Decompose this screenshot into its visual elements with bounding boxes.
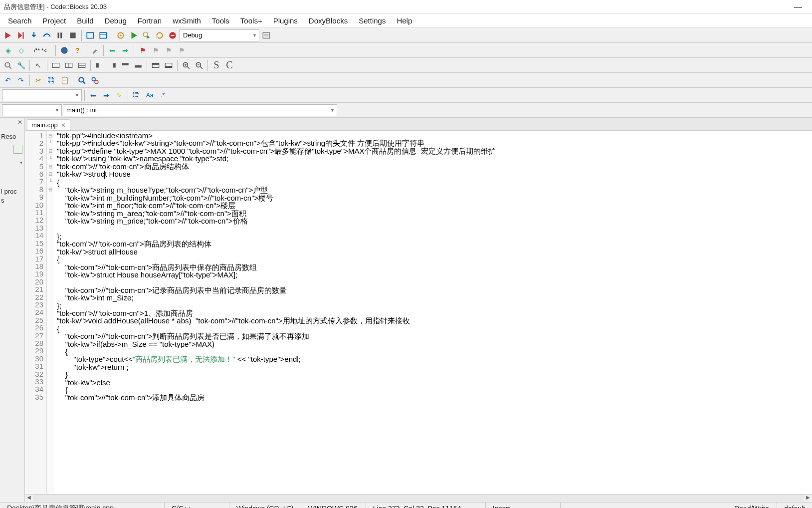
bookmark-toggle-icon[interactable]: ⚑: [137, 44, 149, 56]
build-and-run-icon[interactable]: [141, 29, 153, 41]
replace-icon[interactable]: [89, 74, 101, 86]
menu-build[interactable]: Build: [72, 15, 98, 26]
bookmark-prev-icon[interactable]: ⚑: [150, 44, 162, 56]
menu-tools[interactable]: Tools: [207, 15, 234, 26]
search-combo[interactable]: [2, 89, 82, 101]
menu-doxyblocks[interactable]: DoxyBlocks: [304, 15, 353, 26]
redo-icon[interactable]: ↷: [15, 74, 27, 86]
search-prev-icon[interactable]: ⬅: [87, 89, 99, 101]
debug-windows-icon[interactable]: [84, 29, 96, 41]
layout-d-icon[interactable]: [132, 59, 144, 71]
step-over-icon[interactable]: [41, 29, 53, 41]
cut-icon[interactable]: ✂: [32, 74, 44, 86]
svg-marker-14: [156, 36, 158, 38]
step-into-icon[interactable]: [28, 29, 40, 41]
window-title: 品房信息管理] - Code::Blocks 20.03: [4, 2, 107, 11]
zoom-in-icon[interactable]: [180, 59, 192, 71]
toolbar-clipboard: ↶ ↷ ✂ ⿻ 📋: [0, 73, 812, 88]
debug-info-icon[interactable]: [97, 29, 109, 41]
minimize-button[interactable]: —: [788, 2, 808, 11]
copy-icon[interactable]: ⿻: [45, 74, 57, 86]
select-icon[interactable]: ↖: [32, 59, 44, 71]
panel-close-icon[interactable]: ✕: [17, 119, 22, 126]
layout-split-h-icon[interactable]: [63, 59, 75, 71]
search-next-icon[interactable]: ➡: [100, 89, 112, 101]
uncomment-block-icon[interactable]: ◇: [15, 44, 27, 56]
rebuild-icon[interactable]: [154, 29, 166, 41]
menu-debug[interactable]: Debug: [100, 15, 132, 26]
svg-rect-31: [135, 65, 142, 68]
nav-forward-icon[interactable]: ➡: [119, 44, 131, 56]
svg-marker-11: [132, 32, 137, 39]
doxy-comment-icon[interactable]: /** *<: [28, 44, 53, 56]
side-dropdown-icon[interactable]: ▾: [20, 160, 22, 165]
stop-debug-icon[interactable]: [67, 29, 79, 41]
build-icon[interactable]: [115, 29, 127, 41]
status-cursor-position: Line 373, Col 32, Pos 11154: [366, 503, 486, 508]
menu-project[interactable]: Project: [38, 15, 71, 26]
layout-c-icon[interactable]: [119, 59, 131, 71]
side-label-proc: l proc: [1, 188, 17, 195]
fortran-find-icon[interactable]: [2, 59, 14, 71]
scope-class-combo[interactable]: [2, 104, 62, 116]
run-icon[interactable]: [128, 29, 140, 41]
svg-line-41: [200, 66, 203, 69]
find-icon[interactable]: [76, 74, 88, 86]
layout-f-icon[interactable]: [163, 59, 175, 71]
menu-settings[interactable]: Settings: [354, 15, 391, 26]
menu-fortran[interactable]: Fortran: [133, 15, 167, 26]
nav-back-icon[interactable]: ⬅: [106, 44, 118, 56]
layout-rect-icon[interactable]: [50, 59, 62, 71]
selected-text-icon[interactable]: ⿻: [131, 89, 143, 101]
svg-marker-1: [18, 32, 22, 39]
tab-close-icon[interactable]: ✕: [61, 122, 66, 129]
layout-b-icon[interactable]: [106, 59, 118, 71]
layout-a-icon[interactable]: [93, 59, 105, 71]
regex-icon[interactable]: .*: [157, 89, 169, 101]
svg-line-37: [187, 66, 190, 69]
fortran-tools-icon[interactable]: 🔧: [15, 59, 27, 71]
highlight-icon[interactable]: ✎: [113, 89, 125, 101]
svg-point-10: [120, 34, 121, 36]
big-s-icon[interactable]: S: [210, 59, 222, 71]
editor-area: main.cpp ✕ 12345678910111213141516171819…: [25, 118, 812, 502]
doxy-run-icon[interactable]: [58, 44, 70, 56]
bookmark-clear-icon[interactable]: ⚑: [176, 44, 188, 56]
comment-block-icon[interactable]: ◈: [2, 44, 14, 56]
build-target-combo[interactable]: Debug: [180, 29, 259, 41]
svg-marker-0: [5, 32, 10, 39]
zoom-out-icon[interactable]: [193, 59, 205, 71]
svg-point-21: [5, 62, 9, 67]
menu-plugins[interactable]: Plugins: [268, 15, 303, 26]
svg-rect-28: [96, 63, 99, 67]
big-c-icon[interactable]: C: [223, 59, 235, 71]
menu-search[interactable]: Search: [3, 15, 37, 26]
run-to-cursor-icon[interactable]: [15, 29, 27, 41]
toolbar-build: Debug: [0, 28, 812, 43]
doxy-prefs-icon[interactable]: [89, 44, 101, 56]
pause-icon[interactable]: [54, 29, 66, 41]
scope-function-combo[interactable]: main() : int: [63, 104, 337, 116]
svg-rect-16: [171, 34, 175, 35]
menu-wxsmith[interactable]: wxSmith: [168, 15, 206, 26]
scroll-right-icon[interactable]: ▶: [804, 495, 812, 502]
show-target-dialog-icon[interactable]: [260, 29, 272, 41]
match-case-icon[interactable]: Aa: [144, 89, 156, 101]
code-editor[interactable]: 1234567891011121314151617181920212223242…: [25, 131, 812, 494]
tab-main-cpp[interactable]: main.cpp ✕: [27, 119, 70, 130]
horizontal-scrollbar[interactable]: ◀ ▶: [25, 494, 812, 502]
abort-icon[interactable]: [167, 29, 179, 41]
paste-icon[interactable]: 📋: [58, 74, 70, 86]
menu-help[interactable]: Help: [392, 15, 417, 26]
bookmark-next-icon[interactable]: ⚑: [163, 44, 175, 56]
fold-column[interactable]: ⊟└⊟└⊟⊟└⊟: [47, 131, 54, 494]
menu-toolsplus[interactable]: Tools+: [235, 15, 267, 26]
side-refresh-icon[interactable]: [13, 145, 22, 154]
undo-icon[interactable]: ↶: [2, 74, 14, 86]
code-content[interactable]: "tok-pp">#include<iostream>"tok-pp">#inc…: [54, 131, 812, 494]
doxy-help-icon[interactable]: ?: [71, 44, 83, 56]
layout-split-v-icon[interactable]: [76, 59, 88, 71]
debug-start-icon[interactable]: [2, 29, 14, 41]
scroll-left-icon[interactable]: ◀: [25, 495, 33, 502]
layout-e-icon[interactable]: [150, 59, 162, 71]
